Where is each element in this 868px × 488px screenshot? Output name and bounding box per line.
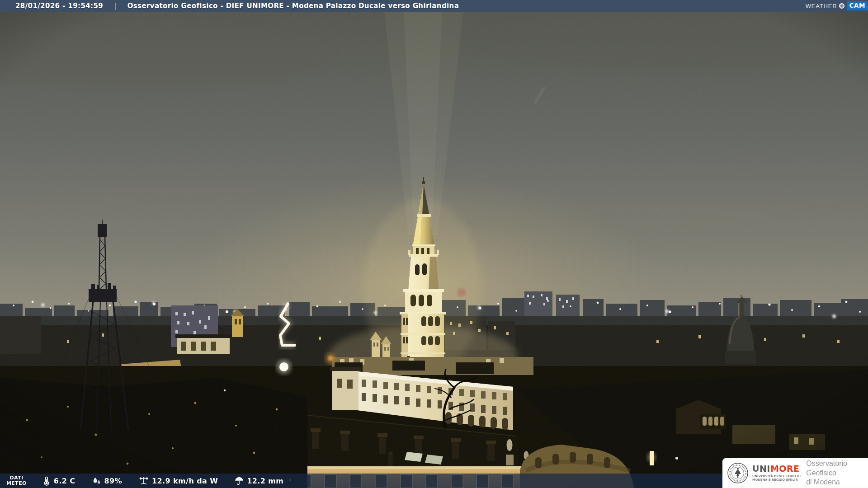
temperature-value: 6.2 C bbox=[54, 477, 75, 485]
humidity-value: 89% bbox=[104, 477, 123, 485]
rain-reading: 12.2 mm bbox=[234, 476, 283, 486]
webcam-scene bbox=[0, 0, 868, 488]
unimore-more-text: MORE bbox=[770, 464, 800, 474]
thermometer-icon bbox=[42, 476, 51, 486]
unimore-wordmark: UNIMORE UNIVERSITÀ DEGLI STUDI DI MODENA… bbox=[752, 465, 801, 482]
anemometer-icon bbox=[138, 476, 149, 486]
meteo-label: DATI METEO bbox=[6, 475, 27, 486]
unimore-uni-text: UNI bbox=[752, 464, 770, 474]
weathercam-logo[interactable]: WEATHER CAM bbox=[806, 0, 868, 12]
rain-umbrella-icon bbox=[234, 476, 244, 486]
datetime-text: 28/01/2026 - 19:54:59 bbox=[15, 2, 103, 10]
humidity-drops-icon bbox=[92, 476, 102, 486]
top-info-bar: 28/01/2026 - 19:54:59 | Osservatorio Geo… bbox=[0, 0, 868, 12]
wind-reading: 12.9 km/h da W bbox=[138, 476, 218, 486]
temperature-reading: 6.2 C bbox=[42, 476, 75, 486]
meteo-label-line2: METEO bbox=[6, 481, 27, 486]
separator: | bbox=[114, 2, 116, 10]
wind-value: 12.9 km/h da W bbox=[152, 477, 218, 485]
observatory-name: Osservatorio Geofisico di Modena bbox=[806, 459, 868, 487]
university-subtitle-line2: MODENA E REGGIO EMILIA bbox=[752, 478, 801, 482]
camera-lens-icon bbox=[839, 3, 845, 9]
unimore-seal-icon bbox=[727, 462, 749, 484]
observatory-name-line2: di Modena bbox=[806, 478, 868, 487]
webcam-title: Osservatorio Geofisico - DIEF UNIMORE - … bbox=[127, 2, 459, 10]
unimore-logo[interactable]: UNIMORE UNIVERSITÀ DEGLI STUDI DI MODENA… bbox=[722, 458, 868, 488]
film-grain bbox=[0, 0, 868, 488]
observatory-name-line1: Osservatorio Geofisico bbox=[806, 459, 868, 478]
humidity-reading: 89% bbox=[92, 476, 123, 486]
weathercam-logo-weather: WEATHER bbox=[806, 3, 837, 9]
university-subtitle-line1: UNIVERSITÀ DEGLI STUDI DI bbox=[752, 474, 801, 478]
weathercam-logo-cam: CAM bbox=[847, 1, 868, 10]
rain-value: 12.2 mm bbox=[247, 477, 283, 485]
